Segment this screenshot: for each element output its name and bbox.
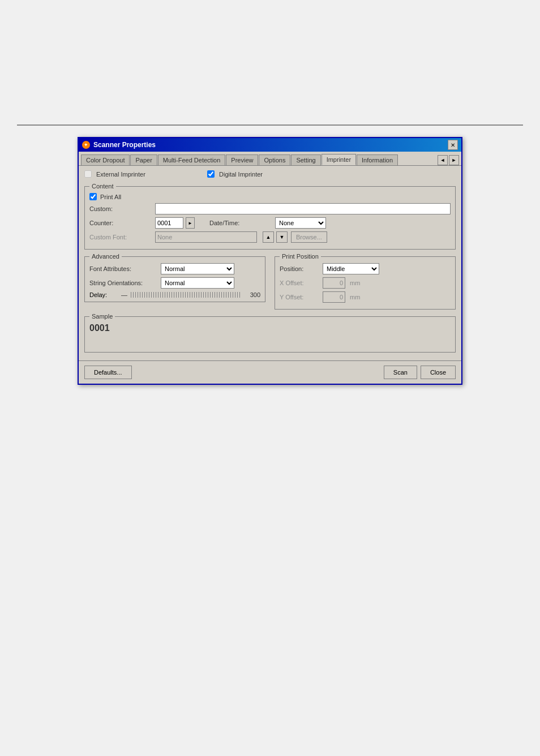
close-window-button[interactable]: ✕ bbox=[448, 140, 458, 150]
counter-row: Counter: ► Date/Time: None Date Time Dat… bbox=[89, 217, 451, 229]
delay-min-marker: — bbox=[121, 291, 127, 298]
browse-button[interactable]: Browse... bbox=[291, 231, 327, 243]
delay-label: Delay: bbox=[89, 291, 118, 298]
defaults-button[interactable]: Defaults... bbox=[84, 366, 132, 379]
custom-label: Custom: bbox=[89, 205, 152, 212]
imprinter-toggle-row: External Imprinter Digital Imprinter bbox=[84, 170, 456, 180]
advanced-printpos-row: Advanced Font Attributes: Normal Bold It… bbox=[84, 253, 456, 313]
print-position-section: Print Position Position: Top Middle Bott… bbox=[275, 253, 456, 310]
scanner-properties-dialog: ✦ Scanner Properties ✕ Color Dropout Pap… bbox=[78, 137, 462, 385]
print-position-title: Print Position bbox=[280, 253, 321, 260]
dialog-title: Scanner Properties bbox=[93, 141, 156, 149]
title-bar: ✦ Scanner Properties ✕ bbox=[79, 138, 461, 152]
bottom-right-buttons: Scan Close bbox=[384, 366, 456, 379]
sample-section: Sample 0001 bbox=[84, 313, 456, 353]
external-imprinter-checkbox-row: External Imprinter bbox=[84, 170, 158, 178]
tab-scroll-right[interactable]: ► bbox=[449, 155, 459, 165]
x-offset-unit: mm bbox=[350, 280, 360, 286]
counter-input[interactable] bbox=[155, 217, 183, 229]
tab-preview[interactable]: Preview bbox=[226, 154, 258, 165]
digital-imprinter-label: Digital Imprinter bbox=[219, 171, 281, 178]
print-all-row: Print All bbox=[89, 193, 451, 200]
app-icon: ✦ bbox=[82, 141, 90, 149]
tab-scroll-left[interactable]: ◄ bbox=[438, 155, 448, 165]
string-orientations-select[interactable]: Normal Rotate 90 Rotate 180 bbox=[161, 277, 234, 289]
position-select[interactable]: Top Middle Bottom bbox=[323, 263, 379, 274]
y-offset-label: Y Offset: bbox=[280, 294, 319, 300]
close-button[interactable]: Close bbox=[421, 366, 456, 379]
delay-row: Delay: — 300 bbox=[89, 291, 260, 298]
print-all-label: Print All bbox=[100, 194, 162, 200]
tab-imprinter[interactable]: Imprinter bbox=[322, 154, 356, 165]
tab-options[interactable]: Options bbox=[259, 154, 290, 165]
font-down-button[interactable]: ▼ bbox=[276, 231, 288, 243]
sample-section-title: Sample bbox=[89, 313, 115, 320]
delay-slider[interactable] bbox=[131, 292, 240, 298]
content-area: External Imprinter Digital Imprinter Con… bbox=[79, 166, 461, 360]
external-imprinter-checkbox[interactable] bbox=[84, 170, 92, 178]
y-offset-unit: mm bbox=[350, 294, 360, 300]
font-attributes-label: Font Attributes: bbox=[89, 265, 157, 272]
tab-multifeed[interactable]: Multi-Feed Detection bbox=[158, 154, 226, 165]
position-row: Position: Top Middle Bottom bbox=[280, 263, 451, 274]
advanced-section: Advanced Font Attributes: Normal Bold It… bbox=[84, 253, 265, 302]
custom-input[interactable] bbox=[155, 203, 451, 214]
tab-information[interactable]: Information bbox=[357, 154, 398, 165]
custom-font-label: Custom Font: bbox=[89, 234, 152, 240]
x-offset-row: X Offset: mm bbox=[280, 277, 451, 289]
digital-imprinter-checkbox-row: Digital Imprinter bbox=[207, 170, 281, 178]
tab-bar: Color Dropout Paper Multi-Feed Detection… bbox=[79, 152, 461, 166]
y-offset-row: Y Offset: mm bbox=[280, 291, 451, 303]
delay-value: 300 bbox=[243, 291, 260, 298]
custom-font-row: Custom Font: ▲ ▼ Browse... bbox=[89, 231, 451, 243]
y-offset-input[interactable] bbox=[323, 291, 345, 303]
tab-paper[interactable]: Paper bbox=[130, 154, 157, 165]
print-position-col: Print Position Position: Top Middle Bott… bbox=[275, 253, 456, 313]
string-orientations-row: String Orientations: Normal Rotate 90 Ro… bbox=[89, 277, 260, 289]
print-all-checkbox[interactable] bbox=[89, 193, 97, 200]
external-imprinter-label: External Imprinter bbox=[96, 171, 158, 178]
content-section-title: Content bbox=[89, 183, 116, 190]
font-attributes-select[interactable]: Normal Bold Italic bbox=[161, 263, 234, 274]
bottom-bar: Defaults... Scan Close bbox=[79, 360, 461, 384]
custom-font-input bbox=[155, 231, 257, 243]
font-attributes-row: Font Attributes: Normal Bold Italic bbox=[89, 263, 260, 274]
x-offset-input[interactable] bbox=[323, 277, 345, 289]
datetime-select[interactable]: None Date Time Date/Time bbox=[275, 217, 326, 229]
advanced-section-title: Advanced bbox=[89, 253, 122, 260]
advanced-col: Advanced Font Attributes: Normal Bold It… bbox=[84, 253, 265, 313]
tab-setting[interactable]: Setting bbox=[291, 154, 320, 165]
counter-label: Counter: bbox=[89, 220, 152, 226]
content-section: Content Print All Custom: Counter: ► bbox=[84, 183, 456, 250]
custom-row: Custom: bbox=[89, 203, 451, 214]
counter-controls: ► bbox=[155, 217, 195, 229]
digital-imprinter-checkbox[interactable] bbox=[207, 170, 215, 178]
font-up-button[interactable]: ▲ bbox=[263, 231, 274, 243]
datetime-label: Date/Time: bbox=[209, 220, 272, 226]
position-label: Position: bbox=[280, 265, 319, 272]
x-offset-label: X Offset: bbox=[280, 280, 319, 286]
page-divider bbox=[17, 124, 523, 126]
tab-navigation: ◄ ► bbox=[438, 155, 459, 165]
counter-increment-button[interactable]: ► bbox=[186, 217, 195, 229]
scan-button[interactable]: Scan bbox=[384, 366, 417, 379]
tab-color-dropout[interactable]: Color Dropout bbox=[81, 154, 130, 165]
string-orientations-label: String Orientations: bbox=[89, 280, 157, 286]
sample-value: 0001 bbox=[89, 323, 110, 333]
